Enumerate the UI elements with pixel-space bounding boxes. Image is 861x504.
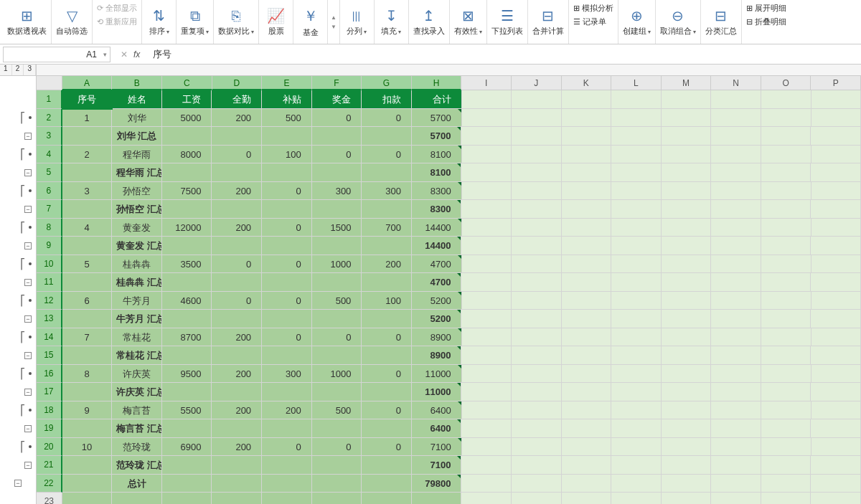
cell[interactable]: 4600 — [162, 292, 212, 310]
cell[interactable] — [212, 310, 262, 328]
cell[interactable] — [761, 438, 811, 457]
cell[interactable] — [512, 401, 562, 420]
cell[interactable] — [711, 328, 761, 347]
cell[interactable] — [162, 237, 212, 255]
cell[interactable]: 8900 — [412, 328, 462, 347]
cell[interactable] — [711, 146, 761, 164]
cell[interactable] — [461, 273, 512, 292]
cell[interactable] — [611, 493, 662, 504]
cell[interactable] — [811, 365, 861, 384]
cell[interactable] — [262, 346, 312, 365]
column-header-N[interactable]: N — [711, 76, 761, 90]
row-header-1[interactable]: 1 — [37, 90, 62, 109]
ungroup-button[interactable]: ⊖取消组合 — [656, 0, 701, 44]
spreadsheet-grid[interactable]: ABCDEFGHIJKLMNOP 1序号姓名工资全勤补贴奖金扣款合计21刘华50… — [37, 76, 861, 504]
row-header-3[interactable]: 3 — [37, 127, 62, 146]
cell[interactable] — [262, 493, 312, 504]
cell[interactable]: 5200 — [412, 310, 462, 328]
cell[interactable]: 5700 — [412, 127, 462, 146]
cell[interactable]: 补贴 — [262, 90, 312, 109]
cell[interactable] — [212, 200, 262, 219]
cell[interactable] — [562, 346, 612, 365]
cell[interactable] — [662, 182, 712, 201]
stock-scroll[interactable]: ▲▼ — [328, 0, 340, 44]
cell[interactable]: 7 — [62, 328, 113, 347]
cell[interactable] — [262, 419, 312, 438]
cell[interactable] — [512, 273, 562, 292]
cell[interactable] — [162, 200, 212, 219]
cell[interactable] — [562, 255, 612, 274]
cell[interactable] — [811, 109, 861, 128]
cell[interactable] — [711, 475, 761, 493]
cell[interactable] — [761, 328, 811, 347]
cell[interactable] — [462, 255, 512, 274]
cell[interactable] — [711, 401, 761, 420]
cell[interactable] — [811, 438, 861, 457]
cell[interactable]: 300 — [362, 182, 412, 201]
cell[interactable]: 范玲珑 — [112, 438, 162, 457]
cell[interactable] — [462, 109, 512, 128]
row-header-13[interactable]: 13 — [37, 310, 62, 328]
column-header-H[interactable]: H — [412, 76, 462, 90]
cell[interactable]: 9500 — [162, 365, 212, 384]
row-header-23[interactable]: 23 — [37, 493, 62, 504]
cell[interactable]: 序号 — [62, 90, 113, 109]
cell[interactable]: 0 — [212, 255, 262, 274]
cell[interactable]: 刘华 — [112, 109, 162, 128]
cell[interactable] — [262, 237, 312, 255]
consolidate-button[interactable]: ⊟合并计算 — [528, 0, 569, 44]
cell[interactable] — [312, 237, 362, 255]
cell[interactable] — [761, 109, 811, 128]
outline-control[interactable]: ⎡ — [0, 401, 36, 420]
cell[interactable]: 桂犇犇 汇总 — [112, 273, 162, 292]
row-header-21[interactable]: 21 — [37, 456, 62, 475]
cell[interactable] — [512, 109, 562, 128]
cell[interactable]: 3 — [62, 182, 113, 201]
row-header-6[interactable]: 6 — [37, 182, 62, 201]
cell[interactable] — [761, 273, 811, 292]
cell[interactable] — [462, 438, 512, 457]
cell[interactable] — [512, 90, 562, 109]
duplicates-button[interactable]: ⧉重复项 — [177, 0, 214, 44]
column-header-A[interactable]: A — [62, 76, 113, 90]
cell[interactable]: 5700 — [412, 109, 462, 128]
outline-level-2[interactable]: 2 — [12, 65, 24, 75]
cell[interactable]: 0 — [212, 146, 262, 164]
cell[interactable] — [662, 146, 712, 164]
cell[interactable] — [662, 419, 712, 438]
cell[interactable] — [512, 237, 562, 255]
cell[interactable] — [711, 255, 761, 274]
cell[interactable] — [462, 401, 512, 420]
cell[interactable] — [512, 292, 562, 310]
cell[interactable] — [611, 255, 662, 274]
cell[interactable] — [761, 255, 811, 274]
cell[interactable] — [212, 346, 262, 365]
cell[interactable] — [62, 493, 113, 504]
cell[interactable] — [461, 200, 512, 219]
cell[interactable] — [562, 383, 612, 401]
cell[interactable]: 常桂花 汇总 — [112, 346, 162, 365]
cell[interactable] — [461, 475, 512, 493]
row-header-17[interactable]: 17 — [37, 383, 62, 401]
cell[interactable] — [62, 456, 113, 475]
cell[interactable] — [562, 163, 612, 182]
cell[interactable] — [611, 438, 662, 457]
stock-button[interactable]: 📈股票 — [259, 0, 293, 44]
cell[interactable] — [611, 237, 662, 255]
cell[interactable]: 12000 — [162, 219, 212, 237]
row-header-7[interactable]: 7 — [37, 200, 62, 219]
cell[interactable] — [62, 237, 113, 255]
cell[interactable] — [811, 237, 861, 255]
cell[interactable]: 200 — [212, 109, 262, 128]
outline-control[interactable]: ⎡ — [0, 219, 36, 237]
cell[interactable]: 100 — [362, 292, 412, 310]
column-header-B[interactable]: B — [112, 76, 162, 90]
cell[interactable] — [162, 127, 212, 146]
cell[interactable] — [162, 419, 212, 438]
cell[interactable] — [761, 383, 811, 401]
cell[interactable] — [461, 383, 512, 401]
cell[interactable] — [761, 401, 811, 420]
cell[interactable] — [462, 328, 512, 347]
cell[interactable]: 4 — [62, 219, 113, 237]
cell[interactable] — [162, 383, 212, 401]
